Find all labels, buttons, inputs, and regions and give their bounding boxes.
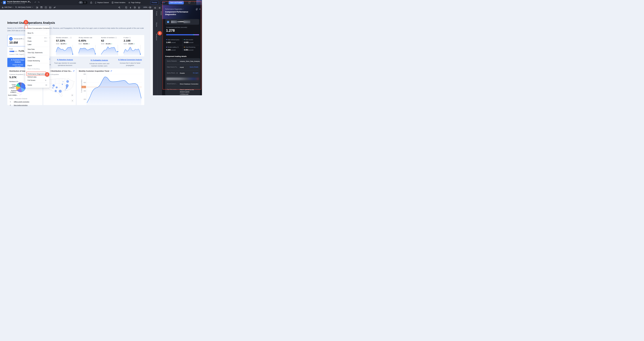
lock-icon[interactable]: [90, 2, 92, 4]
text-icon[interactable]: [45, 6, 47, 8]
menu-item-paste[interactable]: Paste⌘ V: [25, 40, 50, 43]
collapse-panel-icon[interactable]: [154, 7, 156, 9]
favorite-star-icon[interactable]: ★: [30, 2, 31, 4]
analysis-description: Track app retention for accurate operati…: [53, 62, 77, 66]
menu-item-view-sql-statements[interactable]: View SQL Statements: [25, 51, 50, 54]
acquisition-analysis-tile[interactable]: A: Customer AcquiAnalysis Analyze the be…: [7, 58, 28, 67]
tab-style[interactable]: Style: [153, 22, 158, 27]
table-view-icon[interactable]: [149, 6, 151, 8]
device-toggle[interactable]: [78, 1, 87, 4]
details-card: Query Datasetsompany_Store_Data_Analysis…: [165, 58, 200, 95]
save-and-publish-button[interactable]: Save and Publish: [168, 1, 184, 4]
menu-item-full-screen[interactable]: Full Screen⌘ .: [25, 79, 50, 82]
undo-icon[interactable]: ↶: [34, 1, 36, 4]
trend-line-chart[interactable]: 800600400200 493.6: [82, 73, 142, 95]
menu-item-move-to[interactable]: Move To›: [25, 32, 50, 35]
close-icon[interactable]: ✕: [199, 8, 201, 10]
analysis-link[interactable]: R: Referral Conversion Analysis: [116, 59, 144, 61]
kpi-value: 10.6M: [9, 41, 18, 44]
annotation-marker-3: 3: [158, 31, 162, 36]
tab-data[interactable]: Data: [158, 11, 162, 15]
brush-icon[interactable]: [130, 6, 132, 9]
row-divider: [167, 70, 198, 70]
edit-toolbar: Add Chart Add Query Control 100%: [0, 5, 153, 10]
global-variables-button[interactable]: Global Variables: [112, 2, 126, 4]
kpi-mom: MoM −96.96% ▼: [78, 43, 90, 44]
menu-item-block-embedding: Block Embedding: [25, 67, 50, 70]
preview-button[interactable]: Preview: [150, 1, 158, 4]
back-icon[interactable]: ‹: [1, 1, 2, 4]
notes-icon[interactable]: [125, 6, 127, 9]
kpi-column[interactable]: Monthly activation ... i57.33%MoM −32.47…: [56, 35, 78, 56]
tile-desc-line: channels: [7, 66, 28, 67]
detail-label: Query Resul... ?: [167, 72, 179, 74]
kpi-column[interactable]: K value i2.188MoM −34.80% ▼: [124, 35, 145, 56]
divider: [94, 2, 94, 4]
kpi-value: 2.188: [124, 39, 130, 42]
kpi-column[interactable]: Number of members i62MoM −49.18% ▼: [101, 35, 123, 56]
share-icon[interactable]: [188, 2, 190, 4]
analysis-link[interactable]: R: Retention Analysis: [53, 59, 77, 61]
aarrr-link-column: R: Profitability AnalysisActivate low ac…: [87, 59, 112, 67]
zoom-select[interactable]: 100%: [143, 6, 149, 8]
divider: [142, 6, 143, 9]
chart-icon: [2, 6, 4, 8]
detail-value: ompany_Store_Data_Analysis_202...: [180, 60, 198, 62]
kpi-label: 30-day retention rate: [78, 37, 92, 38]
redo-icon[interactable]: ↷: [38, 1, 40, 4]
map-fit-button[interactable]: ⊡: [71, 94, 74, 95]
checklist-icon[interactable]: [138, 6, 140, 9]
trend-card[interactable]: Monthly Customer Acquisition Trend Custo…: [77, 68, 144, 95]
metric-cell: Data transfer0.028second: [184, 39, 200, 44]
add-chart-label: Add Chart: [4, 6, 12, 8]
refresh-query-icon[interactable]: [134, 6, 136, 9]
profit-progress-card[interactable]: Profit 71.5% Current 17.9M | Target 2...: [7, 47, 28, 57]
add-chart-button[interactable]: Add Chart: [2, 6, 14, 8]
tile-title: A: Customer AcquiAnalysis: [7, 59, 28, 63]
copy-icon[interactable]: [196, 8, 198, 10]
load-time-label: Component load time (seconds): [166, 26, 187, 28]
replace-dataset-button[interactable]: Replace Dataset: [95, 2, 109, 4]
page-settings-button[interactable]: Page Settings: [128, 2, 141, 4]
kpi-column[interactable]: 30-day retention rate0.45%MoM −96.96% ▼: [78, 35, 100, 56]
hyperlink-icon[interactable]: [54, 6, 56, 8]
analysis-link[interactable]: R: Profitability Analysis: [87, 59, 112, 62]
annual-profit-card[interactable]: Annual profit i 10.6M: [7, 35, 28, 46]
component-name: -AARRR: [171, 20, 190, 23]
menu-item-label[interactable]: Label: [25, 43, 50, 46]
detail-link[interactable]: Go open: [193, 72, 198, 74]
image-icon[interactable]: [49, 6, 51, 8]
query-control-icon[interactable]: [36, 6, 38, 8]
menu-item-select-concatenation-container[interactable]: Select Concatenation Container: [25, 27, 50, 30]
detail-link[interactable]: Query Details: [190, 66, 198, 68]
tile-title-line: Analysis: [7, 61, 28, 63]
metric-value: 0.001second: [184, 49, 200, 51]
tab-field[interactable]: Field: [153, 11, 158, 16]
menu-item-view-data[interactable]: View Data: [25, 48, 50, 51]
metric-label: Data transfer: [184, 39, 200, 40]
container-icon[interactable]: [40, 6, 42, 8]
add-query-label: Add Query Control: [18, 6, 31, 8]
add-query-control-button[interactable]: Add Query Control: [15, 6, 33, 8]
menu-item-delete[interactable]: Delete⌫: [25, 84, 50, 87]
kpi-sparkline: [123, 45, 142, 56]
tab-analyze[interactable]: Analyze: [153, 34, 158, 40]
tile-desc-line: Analyze the best: [7, 64, 28, 66]
menu-item-copy[interactable]: Copy⌘ C: [25, 36, 50, 40]
theme-brush-link-icon[interactable]: [118, 6, 120, 9]
panel-breadcrumb[interactable]: Performance Diagnostics /: [165, 8, 184, 10]
metric-label: Data retrieval query: [166, 39, 182, 40]
card-title: Monthly Customer Acquisition Trend: [79, 70, 112, 72]
row-divider: [167, 87, 198, 87]
menu-divider: [25, 63, 50, 63]
save-button[interactable]: Save: [160, 1, 167, 4]
menu-item-export[interactable]: Export: [25, 64, 50, 67]
collapse-panel-icon[interactable]: [159, 7, 161, 9]
map-subtitle: er Acquisition: [50, 74, 59, 75]
kpi-value: 57.33%: [56, 39, 65, 42]
detail-value: Direct Database Connection: [180, 83, 198, 85]
menu-item-create-monitoring[interactable]: Create Monitoring: [25, 59, 50, 62]
metric-value: 0.205second: [166, 49, 182, 51]
menu-item-insert-filter[interactable]: Insert Filter: [25, 56, 50, 59]
more-menu-icon[interactable]: ⋮: [194, 1, 196, 3]
